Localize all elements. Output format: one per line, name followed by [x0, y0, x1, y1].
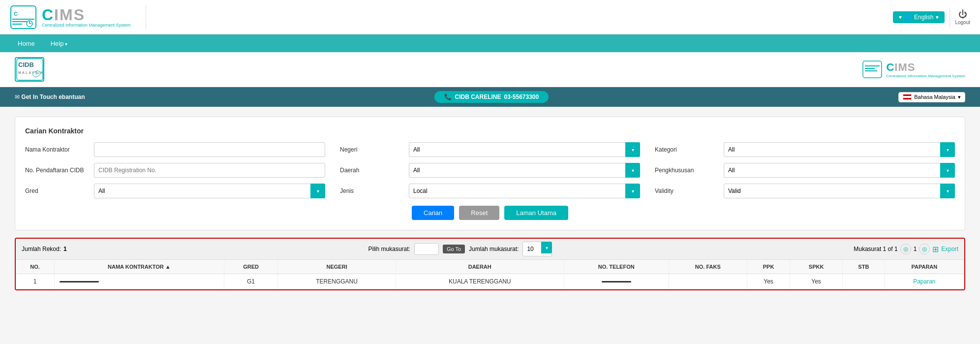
results-toolbar: Jumlah Rekod: 1 Pilih mukasurat: Go To J…	[16, 239, 964, 260]
jenis-label: Jenis	[340, 188, 404, 194]
col-telefon: NO. TELEFON	[564, 260, 669, 274]
results-section: Jumlah Rekod: 1 Pilih mukasurat: Go To J…	[15, 238, 965, 290]
cell-gred: G1	[224, 274, 278, 289]
export-button[interactable]: Export	[941, 246, 958, 252]
gred-label: Gred	[25, 188, 89, 194]
top-right-controls: ▾ 🌐 English ▾ ⏻ Logout	[893, 7, 970, 27]
validity-select[interactable]: Valid	[724, 184, 955, 198]
form-col-3: Kategori All ▾ Pengkhususan All ▾	[655, 142, 955, 198]
globe-icon: 🌐	[904, 14, 912, 21]
prev-page-button[interactable]: ◎	[900, 244, 911, 254]
col-daerah: DAERAH	[396, 260, 564, 274]
toolbar-right: Mukasurat 1 of 1 ◎ 1 ◎ ⊞ Export	[854, 244, 958, 254]
lang-select-arrow: ▾	[958, 94, 961, 100]
goto-button[interactable]: Go To	[443, 245, 465, 253]
jenis-select[interactable]: Local	[409, 184, 640, 198]
cell-stb	[842, 274, 885, 289]
form-buttons: Carian Reset Laman Utama	[25, 206, 955, 220]
jumlah-rekod-value: 1	[63, 246, 67, 252]
laman-utama-button[interactable]: Laman Utama	[504, 206, 568, 220]
search-form: Carian Kontraktor Nama Kontraktor No. Pe…	[15, 117, 965, 230]
logout-button[interactable]: ⏻ Logout	[955, 9, 970, 25]
negeri-label: Negeri	[340, 146, 404, 153]
gred-row: Gred All ▾	[25, 184, 325, 198]
table-row: 1 G1 TERENGGANU KUALA TERENGGANU Yes Yes	[16, 274, 964, 289]
main-content: Carian Kontraktor Nama Kontraktor No. Pe…	[0, 107, 980, 300]
pengkhususan-control: All ▾	[724, 163, 955, 178]
jumlah-rekod-label: Jumlah Rekod:	[22, 246, 61, 252]
language-selector-area: Bahasa Malaysia ▾	[898, 92, 965, 102]
top-header: C CIMS Centralized Information Managemen…	[0, 0, 980, 34]
nama-kontraktor-label: Nama Kontraktor	[25, 146, 89, 153]
vertical-divider	[949, 7, 950, 27]
cims-right-subtitle: Centralized Information Management Syste…	[886, 74, 965, 78]
contact-info: ✉ Get In Touch ebantuan	[15, 94, 85, 100]
daerah-select[interactable]: All	[409, 163, 640, 178]
col-faks: NO. FAKS	[669, 260, 747, 274]
reset-button[interactable]: Reset	[459, 206, 499, 220]
col-spkk: SPKK	[790, 260, 843, 274]
goto-input[interactable]	[414, 243, 439, 255]
export-icon: ⊞	[932, 245, 939, 254]
nav-home[interactable]: Home	[10, 36, 43, 51]
no-pendaftaran-control	[94, 163, 325, 178]
cell-faks	[669, 274, 747, 289]
form-grid: Nama Kontraktor No. Pendaftaran CIDB Gre…	[25, 142, 955, 198]
bahasa-select[interactable]: Bahasa Malaysia ▾	[898, 92, 965, 102]
validity-row: Validity Valid ▾	[655, 184, 955, 198]
no-pendaftaran-input[interactable]	[94, 163, 325, 178]
gred-select[interactable]: All	[94, 184, 325, 198]
toolbar-center: Pilih mukasurat: Go To Jumlah mukasurat:…	[368, 242, 552, 256]
cell-no: 1	[16, 274, 55, 289]
col-stb: STB	[842, 260, 885, 274]
negeri-row: Negeri All ▾	[340, 142, 640, 157]
kategori-control: All ▾	[724, 142, 955, 157]
masked-name	[60, 281, 99, 282]
cell-telefon	[564, 274, 669, 289]
power-icon: ⏻	[958, 9, 967, 20]
col-negeri: NEGERI	[278, 260, 396, 274]
mukasurat-label: Mukasurat 1 of 1	[854, 246, 897, 252]
next-page-button[interactable]: ◎	[919, 244, 930, 254]
negeri-control: All ▾	[409, 142, 640, 157]
contact-link[interactable]: ebantuan	[59, 94, 85, 100]
col-no: NO.	[16, 260, 55, 274]
kategori-select[interactable]: All	[724, 142, 955, 157]
results-table: NO. NAMA KONTRAKTOR ▲ GRED NEGERI DAERAH…	[16, 260, 964, 289]
masked-telefon	[602, 281, 631, 282]
careline-label: CIDB CARELINE	[455, 94, 501, 100]
kategori-label: Kategori	[655, 146, 719, 153]
gred-control: All ▾	[94, 184, 325, 198]
svg-rect-13	[865, 68, 875, 69]
cims-right-text: CIMS	[886, 61, 965, 74]
lang-dropdown-icon: ▾	[936, 14, 939, 21]
language-button[interactable]: ▾ 🌐 English ▾	[893, 11, 945, 23]
svg-rect-11	[863, 61, 882, 78]
cims-right-logo: CIMS Centralized Information Management …	[862, 61, 965, 78]
page-size-select[interactable]: 10 25 50	[522, 242, 552, 256]
lang-select-label: Bahasa Malaysia	[914, 94, 955, 100]
contact-label: Get In Touch	[21, 94, 57, 100]
col-ppk: PPK	[747, 260, 790, 274]
cell-spkk: Yes	[790, 274, 843, 289]
carian-button[interactable]: Carian	[412, 206, 454, 220]
careline-info: 📞 CIDB CARELINE 03-55673300	[434, 91, 549, 103]
pengkhususan-select[interactable]: All	[724, 163, 955, 178]
cims-logo-icon: C	[10, 5, 37, 30]
page-number: 1	[914, 246, 917, 252]
col-paparan: PAPARAN	[885, 260, 964, 274]
pengkhususan-label: Pengkhususan	[655, 167, 719, 174]
cell-paparan: Paparan	[885, 274, 964, 289]
paparan-link[interactable]: Paparan	[913, 278, 935, 285]
col-nama: NAMA KONTRAKTOR ▲	[55, 260, 224, 274]
table-header-row: NO. NAMA KONTRAKTOR ▲ GRED NEGERI DAERAH…	[16, 260, 964, 274]
jenis-row: Jenis Local ▾	[340, 184, 640, 198]
nav-help[interactable]: Help	[43, 36, 76, 51]
pilih-mukasurat-label: Pilih mukasurat:	[368, 246, 410, 252]
nama-kontraktor-control	[94, 142, 325, 157]
cidb-logo: CIDB MALAYSIA	[15, 57, 44, 82]
malaysia-flag-icon	[903, 94, 912, 100]
nama-kontraktor-input[interactable]	[94, 142, 325, 157]
jenis-control: Local ▾	[409, 184, 640, 198]
negeri-select[interactable]: All	[409, 142, 640, 157]
